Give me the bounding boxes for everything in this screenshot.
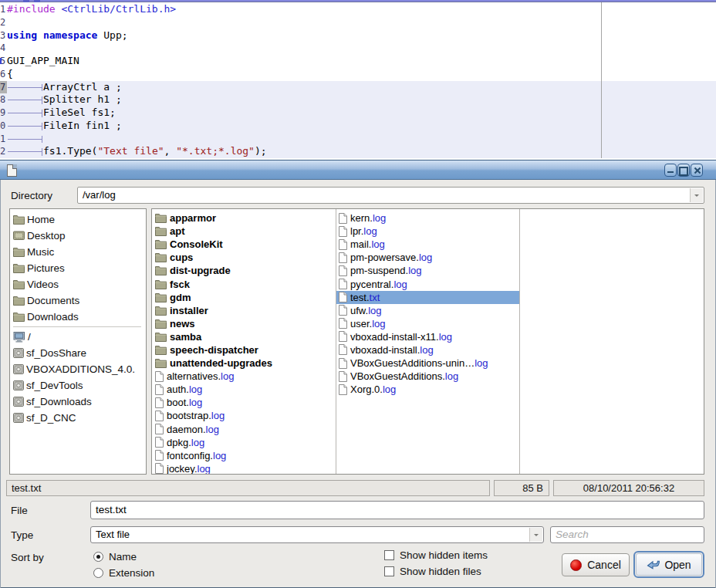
file-item[interactable]: ufw.log <box>336 304 519 317</box>
folder-name: unattended-upgrades <box>170 357 272 369</box>
place-item[interactable]: Videos <box>10 276 146 292</box>
code-line[interactable]: 2 <box>0 16 716 29</box>
file-item[interactable]: VBoxGuestAdditions.log <box>336 370 519 383</box>
file-item[interactable]: pm-suspend.log <box>336 264 519 277</box>
file-list-panel[interactable]: apparmoraptConsoleKitcupsdist-upgradefsc… <box>151 208 704 475</box>
place-item[interactable]: sf_DevTools <box>10 377 146 394</box>
maximize-button[interactable] <box>677 164 690 177</box>
place-item[interactable]: Downloads <box>10 309 146 325</box>
file-item[interactable]: mail.log <box>336 238 519 251</box>
status-filesize: 85 B <box>494 480 549 496</box>
dialog-titlebar[interactable] <box>0 160 716 180</box>
show-hidden-files-checkbox[interactable] <box>384 566 394 576</box>
folder-item[interactable]: fsck <box>153 277 336 290</box>
file-icon <box>339 305 347 316</box>
file-item[interactable]: jockey.log <box>153 462 336 475</box>
file-item[interactable]: VBoxGuestAdditions-unin…log <box>336 357 519 370</box>
sort-name-radio[interactable] <box>93 552 103 562</box>
show-hidden-files-label[interactable]: Show hidden files <box>400 566 481 577</box>
code-editor[interactable]: 1#include <CtrlLib/CtrlLib.h>23using nam… <box>0 0 716 158</box>
code-line[interactable]: 4 <box>0 42 716 55</box>
computer-icon <box>13 332 25 343</box>
file-item[interactable]: Xorg.0.log <box>336 383 519 396</box>
place-item[interactable]: sf_D_CNC <box>10 410 146 426</box>
place-item[interactable]: / <box>10 329 146 345</box>
folder-icon <box>155 292 167 302</box>
line-number: 3 <box>0 29 7 42</box>
file-item[interactable]: pycentral.log <box>336 277 519 290</box>
directory-value: /var/log <box>83 189 116 201</box>
folder-item[interactable]: speech-dispatcher <box>153 343 336 357</box>
file-basename: VBoxGuestAdditions-unin… <box>350 357 475 369</box>
folder-icon <box>155 319 167 329</box>
folder-item[interactable]: gdm <box>153 291 336 304</box>
place-item[interactable]: Pictures <box>10 260 146 276</box>
file-item[interactable]: bootstrap.log <box>153 409 336 422</box>
code-line[interactable]: 6{ <box>0 68 716 81</box>
file-item[interactable]: fontconfig.log <box>153 449 336 462</box>
file-extension: txt <box>370 292 380 303</box>
place-item[interactable]: Music <box>10 244 146 260</box>
folder-item[interactable]: unattended-upgrades <box>153 357 336 370</box>
file-item[interactable]: daemon.log <box>153 423 336 436</box>
file-item[interactable]: user.log <box>336 317 519 330</box>
code-line[interactable]: 0FileIn fin1 ; <box>0 120 716 133</box>
minimize-button[interactable] <box>664 164 677 177</box>
folder-item[interactable]: cups <box>153 251 336 264</box>
file-item[interactable]: boot.log <box>153 396 336 409</box>
search-input[interactable]: Search <box>550 526 704 543</box>
place-item[interactable]: sf_Downloads <box>10 394 146 410</box>
file-item[interactable]: test.txt <box>336 291 519 304</box>
file-icon <box>155 463 164 474</box>
code-area[interactable]: 1#include <CtrlLib/CtrlLib.h>23using nam… <box>0 3 716 158</box>
file-item[interactable]: pm-powersave.log <box>336 251 519 264</box>
open-button[interactable]: Open <box>636 553 702 576</box>
directory-combobox[interactable]: /var/log <box>77 187 704 204</box>
place-item[interactable]: sf_DosShare <box>10 345 146 361</box>
file-item[interactable]: vboxadd-install.log <box>336 343 519 357</box>
folder-item[interactable]: news <box>153 317 336 330</box>
place-item[interactable]: Desktop <box>10 228 146 244</box>
code-line[interactable]: 2fs1.Type("Text file", "*.txt;*.log"); <box>0 145 716 158</box>
folder-item[interactable]: installer <box>153 304 336 317</box>
chevron-down-icon[interactable] <box>529 528 542 542</box>
place-item[interactable]: VBOXADDITIONS_4.0. <box>10 361 146 377</box>
file-name-input[interactable]: test.txt <box>90 501 704 519</box>
close-button[interactable] <box>691 164 703 177</box>
file-type-combobox[interactable]: Text file <box>90 526 544 543</box>
folder-name: ConsoleKit <box>170 238 223 250</box>
sort-extension-label[interactable]: Extension <box>109 567 154 579</box>
file-item[interactable]: vboxadd-install-x11.log <box>336 330 519 343</box>
places-panel[interactable]: HomeDesktopMusicPicturesVideosDocumentsD… <box>9 208 147 475</box>
place-item[interactable]: Documents <box>10 292 146 309</box>
file-icon <box>155 424 164 434</box>
code-line[interactable]: 9FileSel fs1; <box>0 106 716 120</box>
file-item[interactable]: dpkg.log <box>153 436 336 449</box>
code-line[interactable]: 7ArrayCtrl a ; <box>0 81 716 94</box>
folder-name: fsck <box>170 279 190 290</box>
code-line[interactable]: 3using namespace Upp; <box>0 29 716 42</box>
sort-name-label[interactable]: Name <box>109 551 137 563</box>
code-line[interactable]: 1#include <CtrlLib/CtrlLib.h> <box>0 3 716 16</box>
file-item[interactable]: auth.log <box>153 383 336 396</box>
chevron-down-icon[interactable] <box>690 188 703 202</box>
folder-item[interactable]: samba <box>153 330 336 343</box>
file-item[interactable]: kern.log <box>336 211 519 225</box>
sort-extension-radio[interactable] <box>93 568 103 578</box>
line-number: 0 <box>0 120 7 133</box>
code-line[interactable]: 5GUI_APP_MAIN <box>0 55 716 68</box>
folder-item[interactable]: ConsoleKit <box>153 238 336 251</box>
file-basename: Xorg.0. <box>350 384 383 395</box>
folder-item[interactable]: apparmor <box>153 211 336 225</box>
cancel-button[interactable]: Cancel <box>562 553 630 576</box>
code-line[interactable]: 1 <box>0 133 716 146</box>
line-number: 4 <box>0 42 7 55</box>
place-item[interactable]: Home <box>10 211 146 228</box>
show-hidden-items-checkbox[interactable] <box>384 550 394 560</box>
folder-item[interactable]: dist-upgrade <box>153 264 336 277</box>
show-hidden-items-label[interactable]: Show hidden items <box>400 549 488 561</box>
code-line[interactable]: 8Splitter h1 ; <box>0 93 716 106</box>
file-item[interactable]: alternatives.log <box>153 370 336 383</box>
file-item[interactable]: lpr.log <box>336 225 519 238</box>
folder-item[interactable]: apt <box>153 225 336 238</box>
